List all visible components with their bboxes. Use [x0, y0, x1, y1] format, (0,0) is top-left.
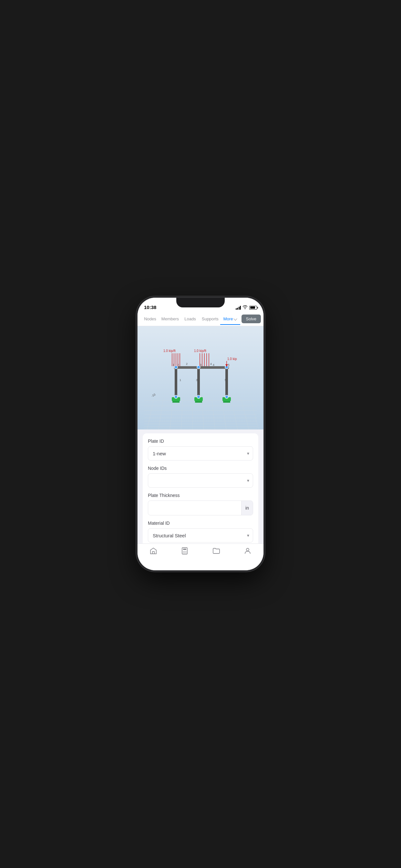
status-icons: [236, 305, 257, 310]
svg-point-35: [174, 395, 178, 399]
svg-rect-63: [152, 552, 154, 554]
svg-text:1.0 kip: 1.0 kip: [227, 357, 237, 361]
svg-point-67: [184, 551, 185, 552]
svg-point-37: [225, 395, 228, 399]
solve-button[interactable]: Solve: [242, 314, 261, 323]
plate-thickness-unit: in: [241, 501, 253, 515]
battery-icon: [249, 306, 257, 310]
plate-id-group: Plate ID 1-new: [148, 438, 253, 461]
home-icon: [150, 547, 157, 557]
svg-rect-0: [137, 326, 264, 430]
svg-text:1.0 kip/ft: 1.0 kip/ft: [163, 349, 176, 352]
svg-point-68: [186, 551, 186, 552]
tab-loads[interactable]: Loads: [180, 313, 200, 324]
material-id-group: Material ID Structural Steel Aluminum Co…: [148, 521, 253, 542]
svg-point-66: [183, 551, 184, 552]
folder-icon: [212, 547, 220, 557]
status-time: 10:38: [144, 305, 156, 310]
material-id-select-wrapper: Structural Steel Aluminum Concrete: [148, 528, 253, 542]
svg-text:4: 4: [210, 362, 212, 366]
nav-tabs: Nodes Members Loads Supports More Solve: [137, 312, 264, 326]
node-ids-group: Node IDs: [148, 466, 253, 488]
svg-text:3: 3: [200, 363, 202, 367]
svg-text:1: 1: [180, 378, 181, 382]
svg-text:5: 5: [228, 363, 229, 367]
svg-rect-27: [173, 401, 180, 403]
bottom-tab-home[interactable]: [137, 547, 169, 557]
node-ids-label: Node IDs: [148, 466, 253, 471]
svg-text:4: 4: [213, 363, 214, 367]
svg-rect-22: [175, 368, 177, 398]
bottom-bar: [137, 544, 264, 570]
tab-nodes[interactable]: Nodes: [140, 313, 160, 324]
svg-text:1.0 kip/ft: 1.0 kip/ft: [194, 349, 206, 352]
tab-members[interactable]: Members: [160, 313, 180, 324]
form-area: Plate ID 1-new Node IDs: [137, 430, 264, 544]
node-ids-select-wrapper: [148, 473, 253, 488]
svg-point-72: [246, 548, 249, 551]
svg-text:3: 3: [196, 378, 197, 382]
plate-thickness-label: Plate Thickness: [148, 493, 253, 498]
svg-rect-25: [174, 366, 229, 369]
wifi-icon: [243, 305, 248, 310]
plate-thickness-input-wrapper: in: [148, 500, 253, 516]
tab-more[interactable]: More: [220, 313, 240, 324]
notch: [176, 298, 225, 307]
plate-thickness-group: Plate Thickness in: [148, 493, 253, 516]
svg-point-70: [184, 553, 185, 553]
signal-icon: [236, 306, 241, 310]
plate-id-label: Plate ID: [148, 438, 253, 444]
node-ids-select[interactable]: [148, 473, 253, 488]
bottom-tab-files[interactable]: [201, 547, 232, 557]
svg-rect-31: [223, 401, 230, 403]
calculator-icon: [181, 547, 189, 557]
tab-supports[interactable]: Supports: [200, 313, 220, 324]
phone-screen: 10:38 Nodes: [137, 298, 264, 570]
svg-text:5: 5: [225, 378, 226, 382]
svg-point-36: [197, 395, 200, 399]
svg-rect-23: [197, 368, 200, 398]
plate-thickness-input[interactable]: [148, 501, 241, 515]
material-id-select[interactable]: Structural Steel Aluminum Concrete: [148, 528, 253, 542]
form-card: Plate ID 1-new Node IDs: [143, 433, 258, 544]
bottom-tab-account[interactable]: [232, 547, 264, 557]
svg-rect-29: [195, 401, 202, 403]
svg-point-69: [183, 553, 184, 553]
phone-frame: 10:38 Nodes: [137, 298, 264, 570]
more-dropdown-icon: [234, 317, 237, 320]
three-d-view: -10: [137, 326, 264, 430]
svg-rect-24: [225, 368, 228, 398]
bottom-tab-calculator[interactable]: [169, 547, 201, 557]
material-id-label: Material ID: [148, 521, 253, 526]
svg-text:2: 2: [186, 362, 188, 366]
person-icon: [244, 547, 251, 557]
svg-rect-65: [183, 549, 186, 550]
plate-id-select-wrapper: 1-new: [148, 446, 253, 461]
svg-point-71: [186, 553, 186, 553]
plate-id-select[interactable]: 1-new: [148, 446, 253, 461]
